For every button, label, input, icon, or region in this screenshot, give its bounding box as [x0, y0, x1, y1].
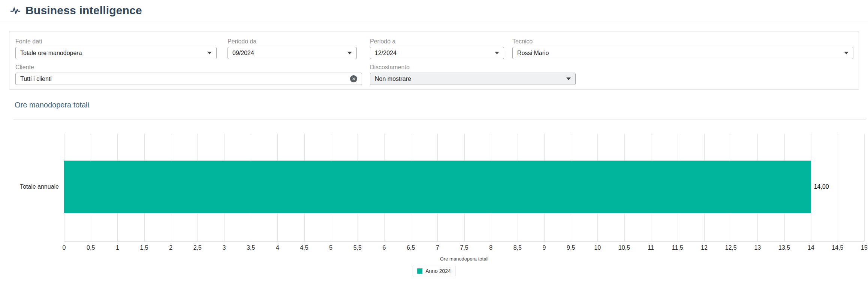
x-tick-label: 2,5	[193, 244, 202, 251]
x-axis-label: Ore manodopera totali	[64, 256, 864, 262]
x-tick-label: 4,5	[300, 244, 308, 251]
x-tick-label: 14,5	[832, 244, 843, 251]
x-tick-label: 11	[648, 244, 654, 251]
x-tick-label: 9	[543, 244, 546, 251]
x-tick-label: 0,5	[87, 244, 95, 251]
x-tick-label: 9,5	[567, 244, 575, 251]
cliente-value: Tutti i clienti	[20, 76, 52, 82]
x-tick-label: 12	[701, 244, 708, 251]
chevron-down-icon	[207, 52, 212, 54]
x-tick-label: 5,5	[353, 244, 362, 251]
legend[interactable]: Anno 2024	[413, 266, 455, 276]
fonte-dati-select[interactable]: Totale ore manodopera	[15, 47, 217, 59]
section-divider	[13, 119, 866, 119]
x-tick-label: 14	[808, 244, 814, 251]
discostamento-value: Non mostrare	[375, 76, 411, 82]
x-tick-label: 7,5	[460, 244, 468, 251]
x-tick-label: 4	[276, 244, 279, 251]
discostamento-select[interactable]: Non mostrare	[370, 73, 576, 85]
y-category-label: Totale annuale	[0, 183, 59, 190]
x-tick-label: 13,5	[778, 244, 790, 251]
tecnico-label: Tecnico	[512, 38, 533, 45]
x-tick-label: 1,5	[140, 244, 148, 251]
x-tick-label: 10	[594, 244, 601, 251]
x-tick-label: 0	[63, 244, 66, 251]
cliente-input[interactable]: Tutti i clienti ✕	[15, 73, 362, 85]
x-tick-label: 6,5	[407, 244, 415, 251]
pulse-line-chart-icon	[10, 5, 21, 16]
gridline	[811, 134, 811, 241]
x-tick-label: 3	[223, 244, 226, 251]
periodo-da-select[interactable]: 09/2024	[227, 47, 357, 59]
discostamento-label: Discostamento	[370, 64, 410, 71]
filter-panel: Fonte dati Totale ore manodopera Periodo…	[9, 31, 859, 90]
legend-label: Anno 2024	[425, 268, 451, 274]
periodo-a-value: 12/2024	[375, 50, 397, 57]
bar-totale-annuale[interactable]	[64, 161, 811, 213]
tecnico-select[interactable]: Rossi Mario	[512, 47, 853, 59]
x-tick-label: 8,5	[513, 244, 522, 251]
x-tick-label: 12,5	[725, 244, 737, 251]
page-header: Business intelligence	[0, 0, 868, 21]
gridline	[864, 134, 865, 241]
cliente-label: Cliente	[15, 64, 34, 71]
plot-area: 14,00	[64, 134, 864, 241]
chevron-down-icon	[347, 52, 352, 54]
x-tick-label: 11,5	[672, 244, 683, 251]
chevron-down-icon	[844, 52, 849, 54]
clear-icon[interactable]: ✕	[350, 75, 357, 82]
x-tick-label: 5	[329, 244, 332, 251]
tecnico-value: Rossi Mario	[517, 50, 549, 57]
x-tick-label: 15	[861, 244, 868, 251]
x-tick-label: 2	[169, 244, 172, 251]
chevron-down-icon	[495, 52, 499, 54]
x-tick-label: 13	[754, 244, 761, 251]
x-tick-label: 3,5	[247, 244, 255, 251]
legend-swatch-anno-2024	[417, 268, 422, 274]
chart-section-title: Ore manodopera totali	[15, 101, 89, 109]
chevron-down-icon	[566, 77, 571, 80]
bar-value-label: 14,00	[814, 183, 829, 190]
periodo-da-label: Periodo da	[227, 38, 256, 45]
fonte-dati-value: Totale ore manodopera	[20, 50, 82, 57]
gridline	[838, 134, 838, 241]
periodo-a-label: Periodo a	[370, 38, 396, 45]
x-axis-ticks: 00,511,522,533,544,555,566,577,588,599,5…	[64, 244, 864, 253]
x-tick-label: 8	[489, 244, 492, 251]
x-tick-label: 7	[436, 244, 439, 251]
fonte-dati-label: Fonte dati	[15, 38, 42, 45]
periodo-da-value: 09/2024	[232, 50, 254, 57]
page-title: Business intelligence	[25, 4, 142, 17]
x-tick-label: 10,5	[618, 244, 630, 251]
x-tick-label: 6	[383, 244, 386, 251]
x-tick-label: 1	[116, 244, 119, 251]
periodo-a-select[interactable]: 12/2024	[370, 47, 504, 59]
